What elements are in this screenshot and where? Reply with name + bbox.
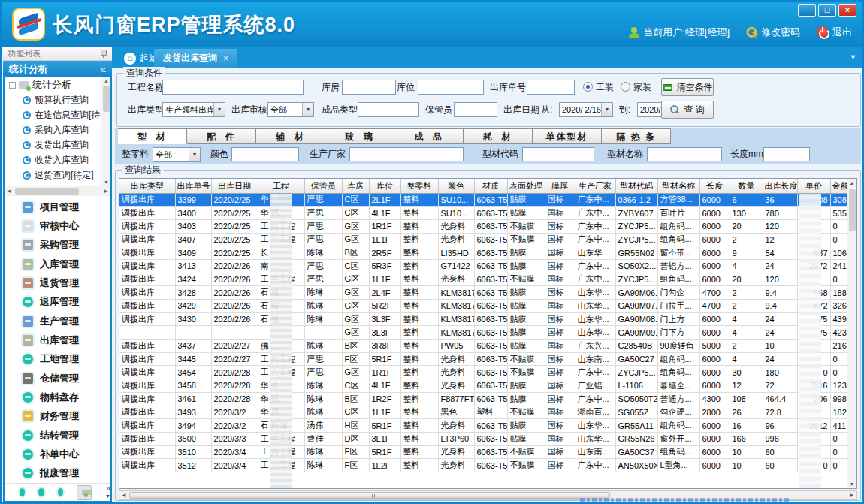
- table-row[interactable]: 调拨出库 3424 2020/2/26 工 共工程 严思 G区 1L1F 整料 …: [119, 273, 848, 286]
- material-tab[interactable]: 单体型材: [533, 128, 602, 144]
- radio-home[interactable]: [621, 82, 630, 92]
- sidebar-menu-item[interactable]: 生产管理: [5, 312, 110, 330]
- profile-name-input[interactable]: [647, 147, 722, 161]
- chevron-down-icon[interactable]: ▼: [601, 103, 612, 116]
- grid-column-header[interactable]: 颜色: [438, 179, 474, 193]
- profile-code-input[interactable]: [522, 147, 594, 161]
- grid-column-header[interactable]: 出库单号: [175, 179, 211, 193]
- table-row[interactable]: 调拨出库 3512 2020/3/4 工 共工程 陈琳 F区 1L2F 整料 光…: [119, 459, 848, 472]
- material-tab[interactable]: 配 件: [187, 128, 256, 144]
- grid-column-header[interactable]: 出库类型: [119, 179, 175, 193]
- material-tab[interactable]: 型 材: [118, 128, 187, 144]
- maximize-button[interactable]: □: [818, 4, 836, 17]
- table-row[interactable]: 调拨出库 3454 2020/2/28 工 共工程 严思 G区 1R1F 整料 …: [119, 366, 848, 379]
- table-row[interactable]: G区 3L3F 整料 KLM3817 6063-T5 贴膜 国标 山东华... …: [119, 326, 848, 340]
- chevron-down-icon[interactable]: ▼: [302, 103, 313, 116]
- minimize-button[interactable]: –: [798, 4, 816, 17]
- table-row[interactable]: 调拨出库 3493 2020/3/2 华 原... 陈琳 C区 1L1F 整料 …: [119, 406, 848, 419]
- stats-section-header[interactable]: 统计分析 «: [3, 61, 112, 77]
- table-row[interactable]: 调拨出库 3409 2020/2/25 长 ... 陈琳 B区 2R5F 整料 …: [119, 246, 848, 260]
- sidebar-menu-item[interactable]: 补单中心: [5, 445, 110, 463]
- tree-horizontal-scrollbar[interactable]: ◄►: [5, 186, 110, 196]
- tab-overflow-icon[interactable]: ▼: [850, 53, 856, 61]
- grid-column-header[interactable]: 长度: [699, 179, 730, 193]
- sidebar-menu-item[interactable]: 出库管理: [5, 330, 110, 349]
- table-row[interactable]: 调拨出库 3399 2020/2/25 华 原... 严思 C区 2L1F 整料…: [119, 193, 848, 207]
- scroll-right-icon[interactable]: ►: [849, 492, 855, 499]
- table-row[interactable]: 调拨出库 3403 2020/2/25 工 共工程 严思 G区 1R1F 整料 …: [119, 219, 848, 233]
- grid-column-header[interactable]: 金额: [830, 179, 848, 193]
- grid-column-header[interactable]: 材质: [474, 179, 507, 193]
- material-tab[interactable]: 隔 热 条: [602, 128, 671, 144]
- tree-expander-icon[interactable]: -: [9, 82, 16, 89]
- scroll-down-icon[interactable]: ▼: [101, 180, 110, 185]
- sidebar-menu-item[interactable]: 退库管理: [5, 293, 110, 312]
- scroll-left-icon[interactable]: ◄: [121, 492, 127, 499]
- tree-item[interactable]: 在途信息查询[待: [5, 107, 110, 122]
- grid-column-header[interactable]: 表面处理: [507, 179, 545, 193]
- material-tab[interactable]: 玻 璃: [325, 128, 394, 144]
- sidebar-menu-item[interactable]: 入库管理: [5, 255, 110, 273]
- grid-column-header[interactable]: 单价: [797, 179, 830, 193]
- sidebar-menu-item[interactable]: 项目管理: [5, 198, 110, 216]
- table-row[interactable]: 调拨出库 3500 2020/3/3 工 共工程 曹佳 D区 3L1F 整料 L…: [119, 432, 848, 445]
- outbound-audit-select[interactable]: 全部▼: [267, 102, 314, 117]
- grid-column-header[interactable]: 膜厚: [545, 179, 575, 193]
- tab-close-icon[interactable]: ×: [223, 53, 228, 64]
- material-tab[interactable]: 辅 材: [256, 128, 325, 144]
- grid-column-header[interactable]: 型材名称: [657, 179, 699, 193]
- table-row[interactable]: 调拨出库 3407 2020/2/25 工 共工程 严思 G区 1L1F 整料 …: [119, 233, 848, 246]
- tab-shipping-outbound-query[interactable]: 发货出库查询 ×: [154, 49, 237, 68]
- project-name-input[interactable]: [162, 80, 304, 95]
- outbound-type-select[interactable]: 生产领料出库▼: [162, 102, 225, 117]
- tree-item[interactable]: 预算执行查询: [5, 92, 110, 107]
- scroll-up-icon[interactable]: ▲: [101, 78, 110, 83]
- tree-vertical-scrollbar[interactable]: ▲▼: [101, 77, 110, 186]
- table-row[interactable]: 调拨出库 3430 2020/2/26 石 城 陈琳 G区 3L3F 整料 KL…: [119, 312, 848, 326]
- scroll-up-icon[interactable]: ▲: [847, 180, 856, 186]
- scroll-right-icon[interactable]: ►: [103, 188, 109, 195]
- overflow-chevron[interactable]: »▼: [105, 485, 110, 499]
- sidebar-menu-item[interactable]: 审核中心: [5, 216, 110, 235]
- product-type-input[interactable]: [358, 102, 419, 117]
- table-row[interactable]: 调拨出库 3445 2020/2/27 工 共工程 严思 F区 5R1F 整料 …: [119, 352, 848, 366]
- warehouse-input[interactable]: [342, 80, 396, 95]
- color-input[interactable]: [231, 147, 299, 161]
- chevron-down-icon[interactable]: ▼: [189, 148, 200, 161]
- clear-conditions-button[interactable]: 清空条件: [661, 78, 714, 96]
- sidebar-menu-item[interactable]: 报废管理: [5, 464, 110, 483]
- dot-icon[interactable]: [58, 488, 63, 496]
- outbound-order-input[interactable]: [527, 80, 575, 95]
- grid-column-header[interactable]: 库房: [342, 179, 369, 193]
- table-row[interactable]: 调拨出库 3429 2020/2/26 石 城 陈琳 G区 5R2F 整料 KL…: [119, 300, 848, 313]
- logout-button[interactable]: 退出: [817, 26, 852, 39]
- scroll-down-icon[interactable]: ▼: [847, 481, 856, 487]
- radio-industrial[interactable]: [583, 82, 593, 92]
- dot-icon[interactable]: [20, 488, 25, 496]
- tree-item[interactable]: 收货入库查询: [5, 152, 110, 167]
- scroll-left-icon[interactable]: ◄: [6, 188, 12, 195]
- close-button[interactable]: ×: [838, 4, 856, 17]
- table-row[interactable]: 调拨出库 3400 2020/2/25 华 原... 严思 C区 4L1F 整料…: [119, 207, 848, 220]
- sidebar-menu-item[interactable]: 采购管理: [5, 236, 110, 255]
- table-row[interactable]: 调拨出库 3510 2020/3/4 工 共工程 陈琳 F区 5R1F 整料 光…: [119, 445, 848, 459]
- table-row[interactable]: 调拨出库 3458 2020/2/28 华 原... 陈琳 C区 4L1F 整料…: [119, 379, 848, 393]
- grid-column-header[interactable]: 整零料: [400, 179, 438, 193]
- grid-column-header[interactable]: 库位: [369, 179, 400, 193]
- location-input[interactable]: [418, 80, 484, 95]
- radio-home-label[interactable]: 家装: [633, 80, 651, 95]
- table-row[interactable]: 调拨出库 3428 2020/2/26 石 城 陈琳 G区 2L4F 整料 KL…: [119, 286, 848, 300]
- table-row[interactable]: 调拨出库 3494 2020/3/2 石 辉城 汤伟 H区 5R1F 整料 光身…: [119, 419, 848, 433]
- tree-item[interactable]: 发货出库查询: [5, 137, 110, 152]
- change-password-button[interactable]: 修改密码: [746, 26, 800, 39]
- grid-column-header[interactable]: 出库日期: [211, 179, 258, 193]
- table-row[interactable]: 调拨出库 3413 2020/2/26 南 ... 严思 C区 5R3F 整料 …: [119, 259, 848, 273]
- cart-shortcut-button[interactable]: [77, 485, 92, 500]
- grid-column-header[interactable]: 出库长度: [763, 179, 797, 193]
- material-tab[interactable]: 耗 材: [464, 128, 533, 144]
- grid-column-header[interactable]: 型材代码: [615, 179, 657, 193]
- table-row[interactable]: 调拨出库 3437 2020/2/27 佛 ... 陈琳 B区 3R8F 整料 …: [119, 340, 848, 353]
- tree-item[interactable]: 采购入库查询: [5, 122, 110, 137]
- grid-column-header[interactable]: 数量: [730, 179, 763, 193]
- radio-industrial-label[interactable]: 工装: [596, 80, 614, 95]
